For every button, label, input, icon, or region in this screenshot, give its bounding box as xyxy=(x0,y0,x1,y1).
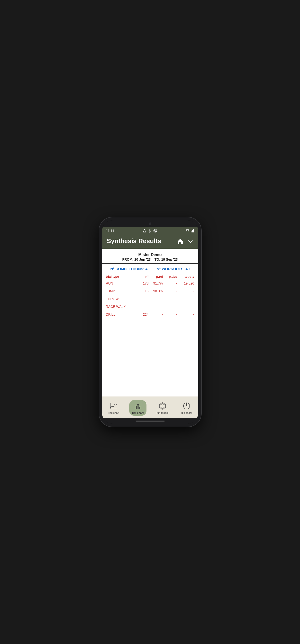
camera-bar xyxy=(102,220,198,227)
cell-p-abs: - xyxy=(163,297,177,301)
svg-line-22 xyxy=(159,407,161,408)
phone-frame: 11:11 xyxy=(99,217,201,427)
cell-p-rel: 91.7% xyxy=(149,281,163,285)
table-row[interactable]: DRILL 224 - - - xyxy=(102,310,198,318)
svg-rect-9 xyxy=(193,229,194,232)
nav-item-bar-chart[interactable]: bar chart xyxy=(129,400,147,416)
svg-point-1 xyxy=(150,230,150,231)
svg-line-19 xyxy=(164,404,165,405)
user-name: Mister Demo xyxy=(107,253,193,257)
cell-tot-qty: - xyxy=(177,305,194,308)
cell-p-rel: 90.9% xyxy=(149,289,163,293)
wifi-icon xyxy=(185,229,190,232)
cell-p-rel: - xyxy=(149,305,163,308)
svg-rect-7 xyxy=(192,231,192,232)
svg-point-2 xyxy=(150,232,150,233)
home-bar xyxy=(136,420,165,422)
date-range: FROM: 20 Jun '23 TO: 19 Sep '23 xyxy=(107,258,193,262)
col-n: n° xyxy=(134,275,149,278)
camera-dot xyxy=(149,222,151,225)
cell-n: - xyxy=(134,305,149,308)
cell-n: - xyxy=(134,297,149,301)
triangle-icon xyxy=(143,229,147,233)
svg-rect-14 xyxy=(140,407,141,409)
date-to-label: TO: xyxy=(154,258,160,262)
cell-p-abs: - xyxy=(163,312,177,316)
header-icons xyxy=(177,238,193,244)
nav-label-run-model: run model xyxy=(156,411,168,414)
svg-point-4 xyxy=(154,230,155,231)
bottom-nav: line chart bar chart xyxy=(102,396,198,418)
cell-trial-type: RACE WALK xyxy=(106,305,134,308)
competitions-value: 4 xyxy=(146,267,148,271)
cell-tot-qty: - xyxy=(177,312,194,316)
nav-label-line-chart: line chart xyxy=(108,411,119,414)
run-model-icon xyxy=(158,402,167,410)
date-to: 19 Sep '23 xyxy=(161,258,178,262)
home-icon[interactable] xyxy=(177,238,184,244)
line-chart-icon xyxy=(109,402,118,410)
app-header: Synthesis Results xyxy=(102,234,198,249)
workouts-value: 49 xyxy=(186,267,190,271)
competitions-stat: N° COMPETITIONS: 4 xyxy=(110,267,148,271)
status-bar: 11:11 xyxy=(102,227,198,234)
table-header: trial type n° p.rel p.abs tot qty xyxy=(102,274,198,280)
nav-item-line-chart[interactable]: line chart xyxy=(105,400,122,416)
svg-line-23 xyxy=(159,404,161,405)
nav-item-run-model[interactable]: run model xyxy=(153,400,171,416)
cell-trial-type: RUN xyxy=(106,281,134,285)
pie-chart-icon xyxy=(182,402,191,410)
cell-n: 15 xyxy=(134,289,149,293)
table-body: RUN 178 91.7% - 19.820 JUMP 15 90.9% - -… xyxy=(102,280,198,318)
cell-tot-qty: - xyxy=(177,297,194,301)
cell-p-rel: - xyxy=(149,312,163,316)
cell-p-abs: - xyxy=(163,281,177,285)
table-row[interactable]: RUN 178 91.7% - 19.820 xyxy=(102,280,198,287)
chevron-down-icon[interactable] xyxy=(187,238,193,244)
col-trial-type: trial type xyxy=(106,275,134,278)
svg-rect-13 xyxy=(137,404,139,409)
cell-trial-type: THROW xyxy=(106,297,134,301)
status-icons xyxy=(185,229,194,232)
status-time: 11:11 xyxy=(106,229,114,233)
svg-point-3 xyxy=(154,229,157,232)
col-p-abs: p.abs xyxy=(163,275,177,278)
cell-p-abs: - xyxy=(163,305,177,308)
stats-row: N° COMPETITIONS: 4 N° WORKOUTS: 49 xyxy=(102,264,198,274)
table-row[interactable]: RACE WALK - - - - xyxy=(102,303,198,310)
smiley-icon xyxy=(153,229,157,233)
cell-n: 224 xyxy=(134,312,149,316)
svg-rect-6 xyxy=(191,232,191,232)
person-icon xyxy=(148,229,152,233)
app-title: Synthesis Results xyxy=(107,237,161,245)
content-area: Mister Demo FROM: 20 Jun '23 TO: 19 Sep … xyxy=(102,249,198,396)
bar-chart-icon xyxy=(134,402,142,410)
date-from: 20 Jun '23 xyxy=(134,258,150,262)
nav-label-bar-chart: bar chart xyxy=(132,411,144,414)
cell-n: 178 xyxy=(134,281,149,285)
table-row[interactable]: THROW - - - - xyxy=(102,295,198,303)
table-row[interactable]: JUMP 15 90.9% - - xyxy=(102,287,198,295)
status-left-icons xyxy=(143,229,157,233)
svg-marker-0 xyxy=(143,229,146,232)
signal-icon xyxy=(191,229,194,232)
nav-item-pie-chart[interactable]: pie chart xyxy=(178,400,195,416)
cell-p-rel: - xyxy=(149,297,163,301)
cell-tot-qty: 19.820 xyxy=(177,281,194,285)
svg-rect-12 xyxy=(135,406,137,409)
cell-p-abs: - xyxy=(163,289,177,293)
competitions-label: N° COMPETITIONS: xyxy=(110,267,144,271)
phone-inner: 11:11 xyxy=(102,220,198,424)
svg-line-20 xyxy=(164,407,165,408)
svg-rect-8 xyxy=(192,230,193,232)
workouts-label: N° WORKOUTS: xyxy=(157,267,185,271)
cell-trial-type: JUMP xyxy=(106,289,134,293)
col-p-rel: p.rel xyxy=(149,275,163,278)
date-from-label: FROM: xyxy=(122,258,133,262)
home-indicator xyxy=(102,418,198,424)
svg-point-5 xyxy=(156,230,156,231)
cell-trial-type: DRILL xyxy=(106,312,134,316)
nav-label-pie-chart: pie chart xyxy=(181,411,192,414)
workouts-stat: N° WORKOUTS: 49 xyxy=(157,267,190,271)
col-tot-qty: tot qty xyxy=(177,275,194,278)
